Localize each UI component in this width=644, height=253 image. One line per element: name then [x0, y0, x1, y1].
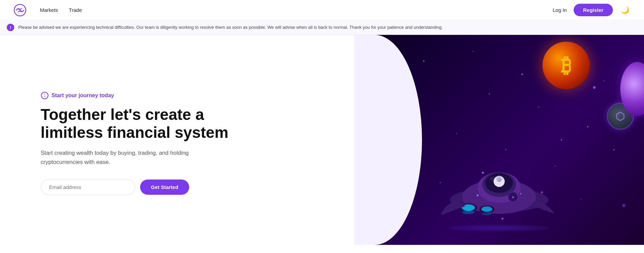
svg-point-45: [520, 193, 521, 195]
svg-point-42: [482, 212, 492, 215]
svg-point-19: [593, 86, 596, 89]
svg-point-21: [622, 204, 625, 207]
register-button[interactable]: Register: [574, 4, 613, 16]
svg-point-10: [587, 126, 588, 127]
svg-point-17: [581, 198, 581, 199]
login-button[interactable]: Log In: [553, 7, 567, 13]
nav-links: Markets Trade: [40, 7, 553, 13]
svg-point-7: [604, 81, 604, 81]
rocket-icon: [41, 91, 49, 100]
svg-point-4: [472, 51, 473, 51]
svg-point-41: [462, 210, 474, 214]
svg-point-2: [44, 95, 46, 97]
hero-right: ₿ ⬡ ✕: [354, 35, 644, 245]
hero-tag-label: Start your journey today: [51, 92, 114, 99]
email-input[interactable]: [41, 179, 135, 195]
nav-actions: Log In Register 🌙: [553, 4, 630, 16]
hero-form: Get Started: [41, 179, 327, 195]
get-started-button[interactable]: Get Started: [140, 180, 189, 195]
alert-banner: ! Please be advised we are experiencing …: [0, 20, 644, 35]
hero-section: Start your journey today Together let's …: [0, 35, 644, 245]
hero-left: Start your journey today Together let's …: [0, 35, 354, 245]
hero-subtitle: Start creating wealth today by buying, t…: [41, 148, 190, 167]
theme-toggle-button[interactable]: 🌙: [620, 5, 630, 16]
svg-point-12: [505, 149, 506, 150]
spaceship: ✕: [435, 157, 563, 225]
hero-tag: Start your journey today: [41, 91, 327, 100]
svg-point-11: [456, 133, 457, 134]
logo[interactable]: [14, 4, 26, 17]
svg-point-40: [483, 207, 491, 211]
nav-markets[interactable]: Markets: [40, 7, 58, 13]
svg-point-43: [490, 176, 499, 182]
svg-point-24: [561, 139, 562, 141]
nav-trade[interactable]: Trade: [69, 7, 82, 13]
svg-point-3: [423, 61, 424, 62]
alert-message: Please be advised we are experiencing te…: [18, 24, 443, 30]
btc-planet: ₿: [542, 42, 590, 89]
svg-point-14: [613, 149, 614, 150]
svg-text:✕: ✕: [512, 196, 514, 199]
alert-icon: !: [7, 24, 14, 31]
eth-symbol: ⬡: [616, 110, 625, 123]
hero-title: Together let's create a limitless financ…: [41, 106, 327, 142]
navbar: Markets Trade Log In Register 🌙: [0, 0, 644, 20]
svg-point-44: [476, 194, 478, 196]
svg-point-8: [489, 93, 490, 94]
svg-point-5: [521, 73, 523, 75]
svg-point-9: [538, 107, 539, 107]
